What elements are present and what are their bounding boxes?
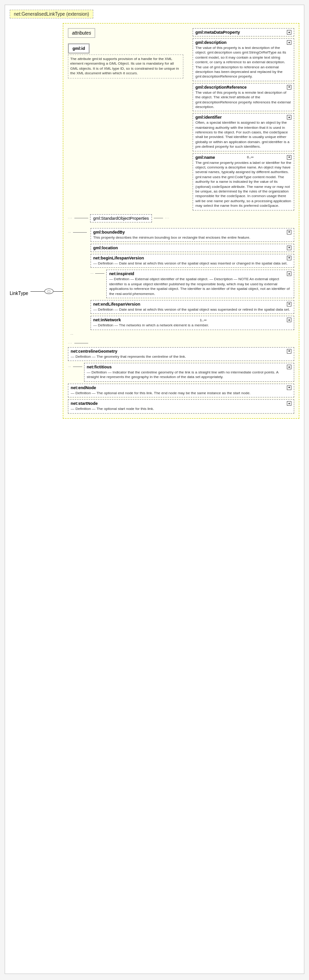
gml-desc-title: gml:description bbox=[195, 40, 227, 45]
gml-name-cardinality: 0..∞ bbox=[247, 155, 254, 159]
gml-id-label: gml:id bbox=[73, 46, 85, 51]
right-panel: gml:metaDataProperty + gml:description +… bbox=[193, 28, 294, 210]
attributes-label: attributes bbox=[72, 30, 91, 36]
in-network-expand[interactable]: + bbox=[287, 318, 291, 322]
link-type-connector: □ bbox=[44, 289, 54, 294]
attributes-section: attributes bbox=[68, 28, 95, 38]
fictitious-desc: — Definition — Indicator that the centre… bbox=[87, 370, 291, 380]
end-lifespan-desc: — Definition — Date and time at which th… bbox=[93, 307, 291, 312]
in-network-title: net:inNetwork bbox=[93, 318, 121, 322]
gml-name-title: gml:name bbox=[195, 155, 215, 160]
begin-lifespan-title: net:beginLifespanVersion bbox=[93, 256, 144, 260]
center-item-end-lifespan[interactable]: net:endLifespanVersion + — Definition — … bbox=[91, 300, 294, 314]
center-item-location[interactable]: gml:location + bbox=[91, 244, 294, 252]
center-item-bounded-by[interactable]: gml:boundedBy + This property describes … bbox=[91, 228, 294, 242]
inspire-id-title: net:inspireId bbox=[109, 271, 134, 276]
right-item-gml-name[interactable]: gml:name 0..∞ + The gml:name property pr… bbox=[193, 153, 294, 210]
gml-desc-ref-text: The value of this property is a remote t… bbox=[195, 90, 291, 110]
begin-lifespan-expand[interactable]: + bbox=[287, 256, 291, 260]
centreline-title: net:centrelineGeometry bbox=[71, 349, 117, 354]
right-item-gml-desc-ref[interactable]: gml:descriptionReference + The value of … bbox=[193, 83, 294, 112]
in-network-cardinality: 1..∞ bbox=[200, 318, 207, 322]
end-lifespan-expand[interactable]: + bbox=[287, 302, 291, 307]
location-title: gml:location bbox=[93, 246, 118, 250]
start-node-desc: — Definition — The optional start node f… bbox=[71, 407, 291, 411]
link-type-label: LinkType bbox=[10, 291, 28, 296]
std-obj-box: gml:StandardObjectProperties bbox=[90, 214, 152, 222]
main-yellow-box: attributes gml:id The attribute gml:id s… bbox=[63, 23, 299, 419]
bottom-item-start-node[interactable]: net:startNode + — Definition — The optio… bbox=[68, 399, 294, 413]
center-item-in-network[interactable]: net:inNetwork 1..∞ + — Definition — The … bbox=[91, 316, 294, 330]
gml-id-desc: The attribute gml:id supports provision … bbox=[68, 54, 183, 78]
gml-desc-ref-expand[interactable]: + bbox=[287, 85, 291, 90]
inspire-id-expand[interactable]: + bbox=[287, 271, 291, 276]
gml-desc-text: The value of this property is a text des… bbox=[195, 46, 291, 79]
bounded-by-expand[interactable]: + bbox=[287, 230, 291, 234]
location-expand[interactable]: + bbox=[287, 246, 291, 250]
right-item-gml-identifier[interactable]: gml:identifier + Often, a special identi… bbox=[193, 113, 294, 151]
center-item-inspire-id[interactable]: net:inspireId + — Definition — External … bbox=[106, 270, 294, 298]
end-node-desc: — Definition — The optional end node for… bbox=[71, 391, 291, 396]
gml-desc-expand[interactable]: + bbox=[287, 40, 291, 45]
right-item-gml-desc[interactable]: gml:description + The value of this prop… bbox=[193, 38, 294, 81]
bounded-by-title: gml:boundedBy bbox=[93, 230, 125, 234]
end-node-expand[interactable]: + bbox=[287, 385, 291, 390]
bottom-item-centreline[interactable]: net:centrelineGeometry + — Definition — … bbox=[68, 347, 294, 361]
centreline-desc: — Definition — The geometry that represe… bbox=[71, 355, 291, 359]
start-node-title: net:startNode bbox=[71, 401, 98, 406]
centreline-expand[interactable]: + bbox=[287, 349, 291, 354]
fictitious-title: net:fictitious bbox=[87, 365, 112, 369]
inspire-id-desc: — Definition — External object identifie… bbox=[109, 277, 291, 296]
fictitious-expand[interactable]: + bbox=[287, 365, 291, 369]
bottom-item-end-node[interactable]: net:endNode + — Definition — The optiona… bbox=[68, 384, 294, 397]
bounded-by-desc: This property describes the minimum boun… bbox=[93, 235, 291, 240]
gml-desc-ref-title: gml:descriptionReference bbox=[195, 85, 247, 90]
right-item-gml-meta[interactable]: gml:metaDataProperty + bbox=[193, 28, 294, 36]
begin-lifespan-desc: — Definition — Date and time at which th… bbox=[93, 261, 291, 266]
gml-meta-title: gml:metaDataProperty bbox=[195, 30, 240, 35]
start-node-expand[interactable]: + bbox=[287, 401, 291, 406]
gml-identifier-title: gml:identifier bbox=[195, 115, 222, 120]
in-network-desc: — Definition — The networks in which a n… bbox=[93, 323, 291, 328]
bottom-item-fictitious[interactable]: net:fictitious + — Definition — Indicato… bbox=[84, 363, 294, 382]
gml-name-text: The gml:name property provides a label o… bbox=[195, 161, 291, 209]
gml-meta-expand[interactable]: + bbox=[287, 30, 291, 35]
end-node-title: net:endNode bbox=[71, 385, 96, 390]
diagram-title: net:GeneralisedLinkType (extension) bbox=[10, 10, 93, 18]
center-item-begin-lifespan[interactable]: net:beginLifespanVersion + — Definition … bbox=[91, 254, 294, 268]
gml-identifier-text: Often, a special identifier is assigned … bbox=[195, 120, 291, 149]
gml-identifier-expand[interactable]: + bbox=[287, 115, 291, 120]
gml-id-box: gml:id bbox=[68, 43, 90, 54]
std-obj-label: gml:StandardObjectProperties bbox=[93, 216, 149, 221]
end-lifespan-title: net:endLifespanVersion bbox=[93, 302, 140, 307]
diagram-container: net:GeneralisedLinkType (extension) Link… bbox=[5, 5, 304, 974]
gml-name-expand[interactable]: + bbox=[287, 155, 291, 160]
